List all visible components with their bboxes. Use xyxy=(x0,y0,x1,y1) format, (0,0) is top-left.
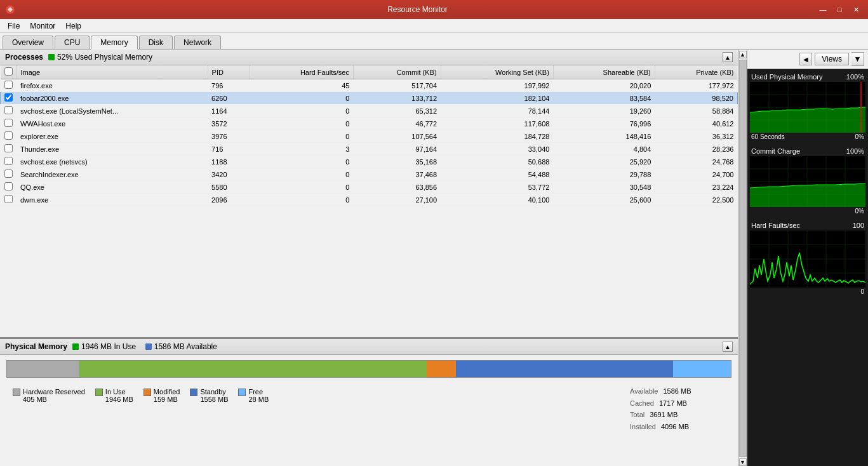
graph-cc-pct: 100% xyxy=(846,147,864,155)
proc-hard-faults: 0 xyxy=(250,105,353,117)
processes-title: Processes xyxy=(5,53,43,62)
proc-working-set: 54,488 xyxy=(441,168,553,181)
views-dropdown-btn[interactable]: ▼ xyxy=(851,52,864,66)
processes-table[interactable]: Image PID Hard Faults/sec Commit (KB) Wo… xyxy=(0,65,738,337)
col-hard-faults[interactable]: Hard Faults/sec xyxy=(250,65,353,79)
table-row[interactable]: svchost.exe (LocalSystemNet... 1164 0 65… xyxy=(1,105,738,117)
row-check[interactable] xyxy=(1,181,17,194)
menu-monitor[interactable]: Monitor xyxy=(25,20,60,32)
proc-commit: 65,312 xyxy=(353,105,441,117)
left-scrollbar[interactable]: ▲ ▼ xyxy=(738,50,747,466)
table-row[interactable]: SearchIndexer.exe 3420 0 37,468 54,488 2… xyxy=(1,168,738,181)
titlebar: Resource Monitor — □ ✕ xyxy=(0,0,868,19)
col-image[interactable]: Image xyxy=(17,65,208,79)
proc-hard-faults: 0 xyxy=(250,194,353,206)
proc-shareable: 19,260 xyxy=(553,105,655,117)
table-row[interactable]: Thunder.exe 716 3 97,164 33,040 4,804 28… xyxy=(1,143,738,156)
row-check[interactable] xyxy=(1,117,17,130)
stat-cached-label: Cached xyxy=(630,397,654,409)
maximize-button[interactable]: □ xyxy=(832,3,846,16)
views-prev-btn[interactable]: ◀ xyxy=(799,53,812,65)
proc-pid: 3420 xyxy=(208,168,250,181)
stat-total-value: 3691 MB xyxy=(650,409,678,421)
proc-private: 24,700 xyxy=(655,168,737,181)
proc-private: 58,884 xyxy=(655,105,737,117)
col-private[interactable]: Private (KB) xyxy=(655,65,737,79)
proc-shareable: 25,600 xyxy=(553,194,655,206)
row-check[interactable] xyxy=(1,130,17,143)
row-check[interactable] xyxy=(1,79,17,92)
table-row[interactable]: WWAHost.exe 3572 0 46,772 117,608 76,996… xyxy=(1,117,738,130)
scroll-down-btn[interactable]: ▼ xyxy=(739,458,747,466)
graph-upm-pct: 100% xyxy=(846,73,864,81)
proc-shareable: 25,920 xyxy=(553,156,655,168)
scroll-thumb[interactable] xyxy=(739,60,747,457)
proc-shareable: 4,804 xyxy=(553,143,655,156)
proc-commit: 97,164 xyxy=(353,143,441,156)
col-pid[interactable]: PID xyxy=(208,65,250,79)
proc-hard-faults: 0 xyxy=(250,117,353,130)
proc-private: 23,224 xyxy=(655,181,737,194)
tab-network[interactable]: Network xyxy=(174,36,221,49)
graph-hf-canvas xyxy=(750,230,865,288)
row-check[interactable] xyxy=(1,156,17,168)
graph-hf-title: Hard Faults/sec xyxy=(751,222,800,229)
proc-pid: 2096 xyxy=(208,194,250,206)
processes-collapse-btn[interactable]: ▲ xyxy=(723,52,733,62)
proc-image: QQ.exe xyxy=(17,181,208,194)
app-icon xyxy=(5,4,15,15)
legend-standby-box xyxy=(190,389,197,396)
menu-file[interactable]: File xyxy=(3,20,25,32)
graph-upm-title: Used Physical Memory xyxy=(751,73,822,81)
views-button[interactable]: Views xyxy=(815,53,849,65)
col-commit[interactable]: Commit (KB) xyxy=(353,65,441,79)
memory-bar-container xyxy=(0,355,738,383)
scroll-up-btn[interactable]: ▲ xyxy=(739,51,747,58)
tab-cpu[interactable]: CPU xyxy=(55,36,90,49)
legend-standby: Standby 1558 MB xyxy=(190,388,228,430)
bar-in-use xyxy=(79,361,427,377)
table-row[interactable]: svchost.exe (netsvcs) 1188 0 35,168 50,6… xyxy=(1,156,738,168)
proc-commit: 517,704 xyxy=(353,79,441,92)
table-row[interactable]: explorer.exe 3976 0 107,564 184,728 148,… xyxy=(1,130,738,143)
table-row[interactable]: firefox.exe 796 45 517,704 197,992 20,02… xyxy=(1,79,738,92)
proc-hard-faults: 0 xyxy=(250,181,353,194)
graph-commit-charge: Commit Charge 100% xyxy=(750,146,865,215)
col-shareable[interactable]: Shareable (KB) xyxy=(553,65,655,79)
available-text: 1586 MB Available xyxy=(154,342,217,351)
proc-shareable: 76,996 xyxy=(553,117,655,130)
bar-standby xyxy=(456,361,673,377)
proc-private: 40,612 xyxy=(655,117,737,130)
tab-overview[interactable]: Overview xyxy=(3,36,53,49)
row-check[interactable] xyxy=(1,168,17,181)
row-check[interactable] xyxy=(1,92,17,105)
proc-shareable: 148,416 xyxy=(553,130,655,143)
proc-private: 24,768 xyxy=(655,156,737,168)
tab-disk[interactable]: Disk xyxy=(139,36,173,49)
legend-inuse: In Use 1946 MB xyxy=(95,388,133,430)
col-working-set[interactable]: Working Set (KB) xyxy=(441,65,553,79)
phys-mem-collapse-btn[interactable]: ▲ xyxy=(723,342,733,352)
row-check[interactable] xyxy=(1,143,17,156)
proc-working-set: 184,728 xyxy=(441,130,553,143)
stat-installed-value: 4096 MB xyxy=(661,421,689,433)
table-row[interactable]: dwm.exe 2096 0 27,100 40,100 25,600 22,5… xyxy=(1,194,738,206)
proc-working-set: 53,772 xyxy=(441,181,553,194)
minimize-button[interactable]: — xyxy=(816,3,830,16)
table-row[interactable]: QQ.exe 5580 0 63,856 53,772 30,548 23,22… xyxy=(1,181,738,194)
close-button[interactable]: ✕ xyxy=(849,3,863,16)
row-check[interactable] xyxy=(1,105,17,117)
graph-used-physical-memory: Used Physical Memory 100% xyxy=(750,72,865,141)
menubar: File Monitor Help xyxy=(0,19,868,33)
memory-status-dot xyxy=(48,54,55,60)
views-header: ◀ Views ▼ xyxy=(747,50,868,69)
legend-hardware: Hardware Reserved 405 MB xyxy=(13,388,85,430)
proc-private: 177,972 xyxy=(655,79,737,92)
tab-memory[interactable]: Memory xyxy=(91,36,137,50)
menu-help[interactable]: Help xyxy=(60,20,86,32)
row-check[interactable] xyxy=(1,194,17,206)
col-check[interactable] xyxy=(1,65,17,79)
stat-available-label: Available xyxy=(630,385,658,397)
table-row[interactable]: foobar2000.exe 6260 0 133,712 182,104 83… xyxy=(1,92,738,105)
bar-free xyxy=(673,361,731,377)
